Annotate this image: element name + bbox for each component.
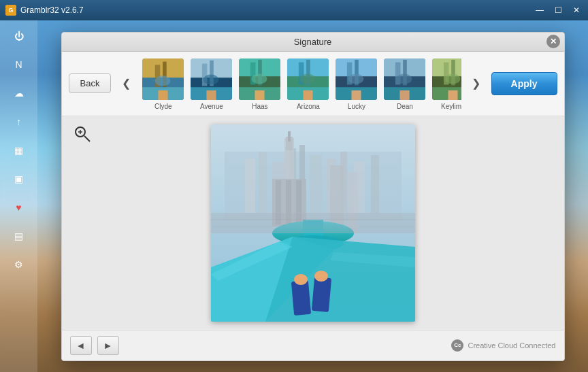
creative-cloud-status: Cc Creative Cloud Connected bbox=[451, 339, 555, 352]
svg-rect-48 bbox=[448, 90, 458, 99]
filter-thumb-avenue bbox=[189, 57, 233, 101]
svg-rect-71 bbox=[371, 155, 379, 213]
svg-rect-6 bbox=[159, 90, 168, 99]
svg-rect-74 bbox=[288, 131, 291, 141]
filter-label-dean: Dean bbox=[397, 103, 413, 110]
svg-point-11 bbox=[203, 74, 219, 84]
maximize-button[interactable]: ☐ bbox=[552, 5, 565, 15]
filter-preview-haas bbox=[239, 58, 280, 100]
filter-item-keylime[interactable]: Keylime bbox=[431, 57, 461, 110]
filter-thumb-lucky bbox=[334, 57, 378, 101]
svg-point-4 bbox=[155, 75, 171, 86]
sidebar-item-image[interactable]: ▣ bbox=[9, 169, 29, 189]
modal-title: Signature bbox=[294, 37, 332, 47]
modal-header: Signature ✕ bbox=[62, 33, 564, 52]
filter-preview-avenue bbox=[191, 58, 232, 100]
filter-thumb-dean bbox=[382, 57, 427, 101]
filters-scroll-container: Clyde bbox=[141, 57, 461, 110]
filter-thumb-clyde bbox=[141, 57, 185, 101]
filter-item-haas[interactable]: Haas bbox=[238, 57, 282, 110]
filter-preview-clyde bbox=[142, 58, 184, 100]
filter-preview-keylime bbox=[432, 58, 461, 100]
back-nav-button[interactable]: ◄ bbox=[70, 336, 92, 355]
modal-overlay: Signature ✕ Back ❮ bbox=[37, 20, 588, 372]
filter-preview-dean bbox=[384, 58, 425, 100]
svg-point-46 bbox=[445, 73, 461, 84]
svg-rect-67 bbox=[310, 155, 322, 213]
creative-cloud-icon: Cc bbox=[451, 339, 463, 352]
svg-rect-62 bbox=[245, 158, 255, 213]
app-title: Gramblr32 v2.6.7 bbox=[20, 5, 84, 15]
filter-item-lucky[interactable]: Lucky bbox=[334, 57, 378, 110]
filter-item-avenue[interactable]: Avenue bbox=[189, 57, 233, 110]
filter-label-avenue: Avenue bbox=[200, 103, 223, 110]
filter-preview-lucky bbox=[336, 58, 377, 100]
footer-navigation: ◄ ► bbox=[70, 336, 119, 355]
nav-left-arrow[interactable]: ❮ bbox=[116, 74, 135, 93]
sidebar: ⏻ N ☁ ↑ ▦ ▣ ♥ ▤ ⚙ bbox=[0, 20, 37, 372]
filter-label-lucky: Lucky bbox=[348, 103, 365, 110]
taskbar: G Gramblr32 v2.6.7 — ☐ ✕ bbox=[0, 0, 588, 20]
filter-item-clyde[interactable]: Clyde bbox=[141, 57, 185, 110]
sidebar-item-settings[interactable]: ⚙ bbox=[9, 254, 29, 275]
svg-point-18 bbox=[252, 73, 267, 84]
filter-label-arizona: Arizona bbox=[297, 103, 320, 110]
main-photo bbox=[211, 124, 415, 322]
back-button[interactable]: Back bbox=[69, 73, 112, 93]
zoom-icon[interactable] bbox=[73, 124, 92, 143]
svg-rect-27 bbox=[304, 90, 313, 99]
sidebar-item-folder[interactable]: ▤ bbox=[9, 226, 29, 246]
sidebar-item-power[interactable]: ⏻ bbox=[9, 26, 29, 46]
photo-svg bbox=[211, 124, 415, 322]
sidebar-item-cloud[interactable]: ☁ bbox=[9, 83, 29, 103]
svg-rect-92 bbox=[311, 277, 331, 312]
svg-point-32 bbox=[348, 73, 364, 84]
filter-label-haas: Haas bbox=[252, 103, 267, 110]
svg-line-57 bbox=[84, 136, 90, 141]
nav-right-arrow[interactable]: ❯ bbox=[467, 74, 486, 93]
svg-rect-86 bbox=[211, 213, 415, 233]
filter-item-dean[interactable]: Dean bbox=[382, 57, 427, 110]
window-controls: — ☐ ✕ bbox=[533, 5, 583, 15]
filter-preview-arizona bbox=[287, 58, 329, 100]
apply-button[interactable]: Apply bbox=[491, 72, 557, 95]
forward-nav-button[interactable]: ► bbox=[97, 336, 119, 355]
svg-point-25 bbox=[300, 73, 316, 84]
sidebar-item-calendar[interactable]: ▦ bbox=[9, 140, 29, 160]
svg-rect-41 bbox=[400, 90, 410, 99]
minimize-button[interactable]: — bbox=[533, 5, 546, 15]
svg-point-39 bbox=[397, 73, 412, 84]
sidebar-item-upload[interactable]: ↑ bbox=[9, 112, 29, 132]
filter-item-arizona[interactable]: Arizona bbox=[286, 57, 330, 110]
svg-point-93 bbox=[294, 274, 308, 285]
close-window-button[interactable]: ✕ bbox=[570, 5, 583, 15]
svg-rect-63 bbox=[259, 152, 267, 213]
filter-bar: Back ❮ bbox=[62, 52, 564, 116]
sidebar-item-notifications[interactable]: N bbox=[9, 54, 29, 75]
filter-label-clyde: Clyde bbox=[154, 103, 172, 110]
app-icon: G bbox=[5, 5, 16, 16]
modal-footer: ◄ ► Cc Creative Cloud Connected bbox=[62, 330, 564, 360]
modal-close-button[interactable]: ✕ bbox=[546, 35, 560, 48]
filter-thumb-haas bbox=[238, 57, 282, 101]
svg-rect-13 bbox=[207, 90, 216, 99]
signature-modal: Signature ✕ Back ❮ bbox=[61, 32, 565, 361]
svg-rect-20 bbox=[255, 90, 265, 99]
sidebar-item-heart[interactable]: ♥ bbox=[9, 197, 29, 218]
creative-cloud-label: Creative Cloud Connected bbox=[468, 341, 555, 350]
svg-rect-91 bbox=[291, 280, 310, 315]
filter-label-keylime: Keylime bbox=[441, 103, 461, 110]
svg-point-94 bbox=[314, 271, 328, 282]
filter-thumb-arizona bbox=[286, 57, 330, 101]
filter-thumb-keylime bbox=[431, 57, 461, 101]
modal-content bbox=[62, 116, 564, 330]
svg-rect-34 bbox=[352, 90, 361, 99]
